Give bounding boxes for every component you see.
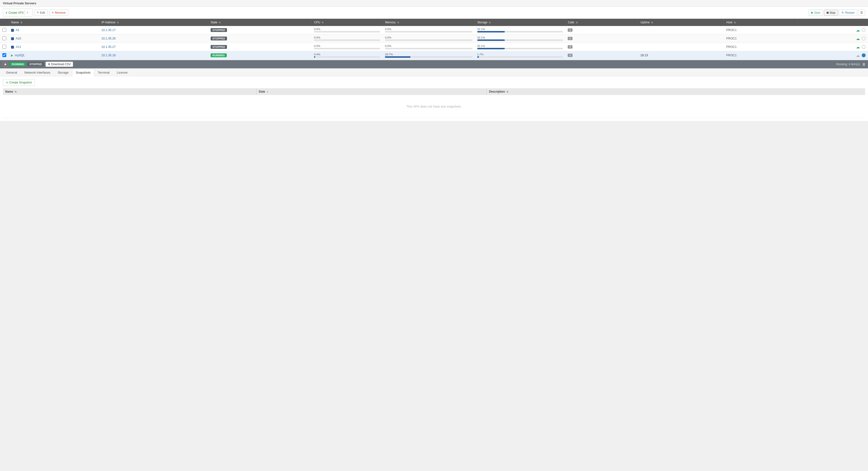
bottom-panel: General Network Interfaces Storage Snaps…	[0, 68, 868, 121]
row-name-cell: A11	[9, 43, 99, 51]
running-badge[interactable]: RUNNING	[10, 62, 26, 66]
row-checkbox[interactable]	[2, 53, 6, 57]
row-ip: 10.1.35.18	[101, 54, 116, 57]
stop-icon	[827, 12, 829, 14]
cloud-upload-icon: ☁	[856, 28, 860, 32]
snapshot-empty-message: This VPS does not have any snapshots.	[3, 95, 865, 118]
row-memory-cell: 0.0%	[382, 26, 475, 34]
edit-button[interactable]: ✎ Edit	[34, 10, 48, 16]
col-header-storage[interactable]: Storage ⇅	[475, 19, 565, 26]
list-view-button[interactable]: ☰	[858, 10, 865, 16]
row-actions-cell: ☁	[798, 26, 868, 34]
row-storage-bar	[477, 39, 505, 41]
row-radio[interactable]	[862, 36, 866, 40]
row-calls-badge: 0	[568, 28, 572, 32]
row-memory-bar-wrap	[385, 39, 472, 41]
tab-terminal[interactable]: Terminal	[94, 68, 113, 76]
row-checkbox-cell	[0, 34, 9, 43]
table-row[interactable]: A10 10.1.35.26 STOPPED 0.0% 0.0%	[0, 34, 868, 43]
row-radio[interactable]	[862, 28, 866, 32]
row-name-link[interactable]: A10	[16, 37, 21, 40]
snapshot-col-date[interactable]: Date ⇃	[256, 88, 487, 95]
col-header-uptime[interactable]: Uptime ⇅	[638, 19, 724, 26]
row-uptime: 16:13	[640, 54, 648, 57]
row-ip: 10.1.35.17	[101, 28, 116, 32]
page-title: Virtual Private Servers	[3, 1, 36, 5]
row-storage-bar-wrap	[477, 31, 563, 32]
row-name-link[interactable]: A1	[16, 28, 19, 32]
row-actions-cell: ☁	[798, 51, 868, 60]
row-storage-val: 1.7%	[477, 53, 563, 56]
row-storage-val: 32.1%	[477, 45, 563, 48]
row-uptime-cell	[638, 26, 724, 34]
tab-snapshots[interactable]: Snapshots	[72, 68, 94, 76]
remove-icon: ✕	[52, 11, 54, 14]
row-cpu-cell: 0.0%	[312, 43, 382, 51]
tab-storage[interactable]: Storage	[54, 68, 72, 76]
table-row[interactable]: A11 10.1.35.27 STOPPED 0.0% 0.0%	[0, 43, 868, 51]
create-vps-button[interactable]: + Create VPS ▼	[3, 9, 33, 17]
edit-icon: ✎	[37, 11, 39, 14]
row-cpu-bar-wrap	[314, 48, 380, 49]
create-snapshot-button[interactable]: + Create Snapshot	[3, 79, 35, 86]
row-cpu-val: 0.0%	[314, 36, 380, 39]
row-radio[interactable]	[862, 45, 866, 49]
remove-button[interactable]: ✕ Remove	[49, 10, 68, 16]
col-header-memory[interactable]: Memory ⇅	[382, 19, 475, 26]
download-csv-button[interactable]: ⬇ Download CSV	[45, 62, 73, 67]
row-cpu-val: 0.4%	[314, 53, 380, 56]
row-state-badge: STOPPED	[211, 28, 227, 32]
row-storage-bar	[477, 56, 479, 58]
col-header-cpu[interactable]: CPU ⇅	[312, 19, 382, 26]
stopped-badge[interactable]: STOPPED	[27, 62, 44, 66]
row-name-link[interactable]: mySQL	[15, 54, 25, 57]
row-cpu-cell: 0.0%	[312, 26, 382, 34]
play-icon	[811, 11, 813, 14]
cloud-icon: ☁	[856, 53, 860, 58]
row-state-badge: RUNNING	[211, 53, 227, 57]
row-checkbox[interactable]	[2, 36, 6, 40]
col-header-state[interactable]: State ⇅	[208, 19, 312, 26]
col-header-checkbox	[0, 19, 9, 26]
table-row[interactable]: A1 10.1.35.17 STOPPED 0.0% 0.0%	[0, 26, 868, 34]
row-uptime-cell	[638, 43, 724, 51]
start-button[interactable]: Start	[809, 10, 823, 16]
row-indicator	[11, 46, 14, 49]
trash-icon[interactable]: 🗑	[862, 62, 866, 66]
row-ip-cell: 10.1.35.18	[99, 51, 208, 60]
row-name-link[interactable]: A11	[16, 45, 21, 49]
row-cpu-bar	[314, 56, 315, 58]
dropdown-arrow-icon[interactable]: ▼	[25, 10, 30, 15]
row-memory-bar	[385, 56, 410, 58]
row-storage-cell: 1.7%	[475, 51, 565, 60]
row-cpu-val: 0.0%	[314, 45, 380, 48]
snapshot-col-description[interactable]: Description ⇅	[487, 88, 865, 95]
row-checkbox[interactable]	[2, 45, 6, 49]
row-cpu-cell: 0.4%	[312, 51, 382, 60]
star-icon[interactable]: ★	[2, 62, 8, 67]
col-header-calls[interactable]: Calls ⇅	[565, 19, 638, 26]
row-memory-val: 0.0%	[385, 36, 472, 39]
snapshot-col-name[interactable]: Name ⇅	[3, 88, 256, 95]
col-header-ip[interactable]: IP Address ⇅	[99, 19, 208, 26]
row-state-cell: STOPPED	[208, 43, 312, 51]
row-uptime-cell: 16:13	[638, 51, 724, 60]
tab-network-interfaces[interactable]: Network Interfaces	[21, 68, 54, 76]
row-host-cell: PROC1	[724, 51, 798, 60]
row-memory-bar-wrap	[385, 56, 472, 58]
row-calls-cell: 0	[565, 34, 638, 43]
stop-button[interactable]: Stop	[824, 10, 838, 16]
restart-button[interactable]: ↻ Restart	[839, 9, 857, 16]
col-header-name[interactable]: Name ⇅	[9, 19, 99, 26]
row-ip-cell: 10.1.35.17	[99, 26, 208, 34]
col-header-host[interactable]: Host ⇅	[724, 19, 798, 26]
col-header-actions	[798, 19, 868, 26]
tab-license[interactable]: License	[113, 68, 131, 76]
row-name-cell: A10	[9, 34, 99, 43]
row-memory-bar-wrap	[385, 31, 472, 32]
row-checkbox[interactable]	[2, 28, 6, 32]
row-state-badge: STOPPED	[211, 36, 227, 40]
row-radio[interactable]	[862, 53, 866, 57]
tab-general[interactable]: General	[2, 68, 21, 76]
table-row[interactable]: mySQL 10.1.35.18 RUNNING 0.4% 28.7%	[0, 51, 868, 60]
